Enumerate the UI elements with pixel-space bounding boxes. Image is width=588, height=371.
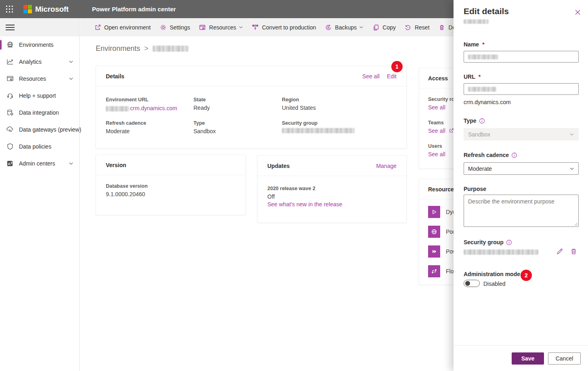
copy-button[interactable]: Copy xyxy=(372,23,396,31)
info-icon[interactable] xyxy=(479,118,485,124)
data-integration-icon xyxy=(6,109,14,117)
field-label: State xyxy=(193,97,206,103)
chevron-down-icon xyxy=(239,25,243,29)
refresh-cadence-dropdown[interactable]: Moderate xyxy=(464,162,579,175)
help-headset-icon xyxy=(6,92,14,100)
state-value: Ready xyxy=(193,105,210,111)
environment-url-link[interactable]: crm.dynamics.com xyxy=(130,105,177,111)
administration-mode-toggle[interactable] xyxy=(464,280,480,287)
sidebar-item-analytics[interactable]: Analytics xyxy=(0,53,79,70)
environments-globe-icon xyxy=(6,41,14,49)
toggle-knob xyxy=(465,281,470,286)
name-input[interactable] xyxy=(464,51,579,63)
sidebar-item-label: Help + support xyxy=(19,92,79,99)
url-value-redacted xyxy=(468,87,496,92)
open-environment-button[interactable]: Open environment xyxy=(94,23,151,31)
hamburger-menu-icon[interactable] xyxy=(6,23,15,32)
sidebar-item-label: Data gateways (preview) xyxy=(19,126,81,133)
sidebar-item-help-support[interactable]: Help + support xyxy=(0,87,79,104)
breadcrumb-separator: > xyxy=(144,44,149,53)
refresh-cadence-dropdown-value: Moderate xyxy=(468,166,492,172)
resources-menu-button[interactable]: Resources xyxy=(199,23,243,31)
teams-see-all-link[interactable]: See all xyxy=(428,128,445,134)
release-whats-new-link[interactable]: See what's new in the release xyxy=(267,201,342,208)
brand-text: Microsoft xyxy=(35,5,69,14)
flows-label[interactable]: Flo xyxy=(446,268,454,275)
textarea-resize-grip[interactable] xyxy=(574,222,578,226)
url-domain-suffix: crm.dynamics.com xyxy=(464,99,511,105)
updates-card: Updates Manage 2020 release wave 2 Off S… xyxy=(257,155,407,223)
dynamics-apps-tile[interactable] xyxy=(428,206,440,218)
powerapps-diamond-icon xyxy=(431,248,437,255)
chevron-down-icon xyxy=(69,161,74,166)
access-card-title: Access xyxy=(428,75,448,82)
breadcrumb: Environments > xyxy=(96,44,188,53)
microsoft-logo-icon xyxy=(23,5,32,13)
annotation-badge-1: 1 xyxy=(391,61,403,72)
portals-tile[interactable] xyxy=(428,226,440,238)
sidebar-item-label: Data policies xyxy=(19,143,79,150)
convert-to-production-icon xyxy=(252,23,259,31)
waffle-icon xyxy=(6,5,13,13)
details-see-all-link[interactable]: See all xyxy=(362,73,380,80)
sidebar-item-admin-centers[interactable]: A Admin centers xyxy=(0,155,79,172)
delete-security-group-trash-icon[interactable] xyxy=(570,247,578,255)
url-input[interactable] xyxy=(464,83,579,95)
sidebar-item-data-integration[interactable]: Data integration xyxy=(0,104,79,121)
flows-tile[interactable] xyxy=(428,265,440,277)
release-wave-status: Off xyxy=(267,193,275,200)
edit-security-group-pencil-icon[interactable] xyxy=(556,247,564,256)
security-roles-label: Security rol xyxy=(428,96,456,102)
security-group-value-redacted xyxy=(282,128,355,133)
sidebar-item-environments[interactable]: Environments xyxy=(0,36,79,53)
security-roles-see-all-link[interactable]: See all xyxy=(428,104,445,111)
open-environment-icon xyxy=(94,23,101,31)
resources-card-title: Resources xyxy=(428,186,457,193)
field-label: Environment URL xyxy=(106,97,149,103)
purpose-textarea[interactable] xyxy=(464,195,579,227)
administration-mode-status: Disabled xyxy=(483,281,505,287)
sidebar-item-data-policies[interactable]: Data policies xyxy=(0,138,79,155)
flows-connector-icon xyxy=(431,268,437,275)
waffle-menu-button[interactable] xyxy=(0,0,19,18)
info-icon[interactable] xyxy=(506,239,512,245)
teams-label: Teams xyxy=(428,120,444,126)
type-dropdown: Sandbox xyxy=(464,128,579,140)
purpose-field-label: Purpose xyxy=(464,186,486,192)
info-icon[interactable] xyxy=(511,152,517,158)
sidebar-item-resources[interactable]: Resources xyxy=(0,70,79,87)
cancel-button[interactable]: Cancel xyxy=(548,352,581,365)
version-card-title: Version xyxy=(106,162,126,168)
convert-to-production-button[interactable]: Convert to production xyxy=(252,23,316,31)
version-card: Version Database version 9.1.0000.20460 xyxy=(96,155,246,215)
resources-box-icon xyxy=(199,23,206,31)
security-group-value-redacted xyxy=(464,249,538,255)
users-see-all-link[interactable]: See all xyxy=(428,151,445,157)
sidebar-item-label: Admin centers xyxy=(19,160,69,167)
settings-button[interactable]: Settings xyxy=(159,23,190,31)
chevron-down-icon xyxy=(69,76,74,81)
region-value: United States xyxy=(282,105,316,111)
left-nav: Environments Analytics Resources xyxy=(0,18,80,371)
field-label: Type xyxy=(193,120,205,126)
copy-icon xyxy=(372,23,380,31)
updates-manage-link[interactable]: Manage xyxy=(376,163,397,169)
sidebar-item-data-gateways[interactable]: Data gateways (preview) xyxy=(0,121,79,138)
save-button[interactable]: Save xyxy=(512,352,544,365)
backups-menu-button[interactable]: Backups xyxy=(325,23,364,31)
type-dropdown-value: Sandbox xyxy=(468,131,490,138)
svg-text:A: A xyxy=(8,162,10,166)
details-edit-link[interactable]: Edit xyxy=(387,73,397,80)
field-label: Database version xyxy=(106,183,148,189)
sidebar-item-label: Analytics xyxy=(19,59,69,65)
database-version-value: 9.1.0000.20460 xyxy=(106,191,145,197)
reset-button[interactable]: Reset xyxy=(404,23,430,31)
microsoft-logo[interactable]: Microsoft xyxy=(23,5,69,14)
data-policies-shield-icon xyxy=(6,143,14,151)
environment-url-prefix-redacted xyxy=(106,106,129,111)
data-gateways-cloud-icon xyxy=(6,126,14,134)
close-icon[interactable] xyxy=(574,8,581,16)
name-field-label: Name* xyxy=(464,41,485,48)
power-apps-tile[interactable] xyxy=(428,245,440,258)
breadcrumb-environments-link[interactable]: Environments xyxy=(96,44,140,53)
